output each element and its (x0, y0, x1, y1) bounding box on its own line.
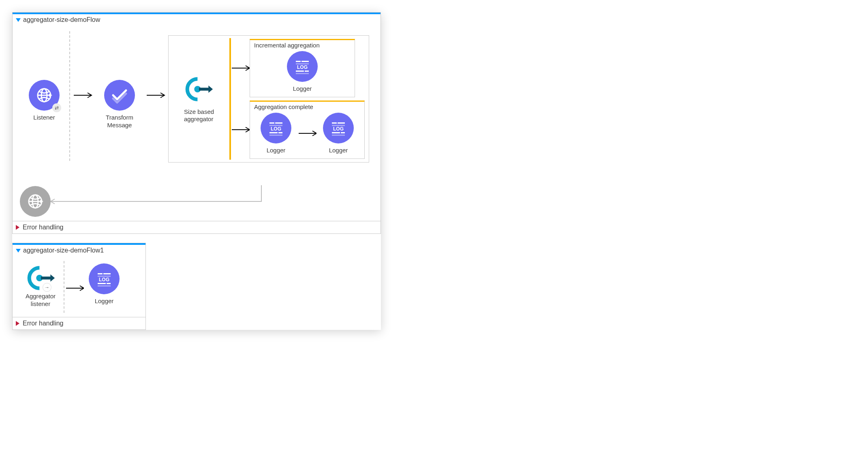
aggregator-listener-label: Aggregator listener (26, 293, 56, 308)
source-divider (64, 261, 64, 313)
route-title: Incremental aggregation (254, 42, 351, 51)
source-divider (69, 31, 70, 161)
error-handling-label: Error handling (23, 320, 64, 327)
error-handling-label: Error handling (23, 224, 64, 231)
transform-node[interactable]: Transform Message (95, 80, 144, 129)
incremental-aggregation-route[interactable]: Incremental aggregation Logger (250, 39, 355, 97)
arrow-icon (65, 273, 84, 304)
flow-body-1: ⇄ Listener Transform Message (13, 26, 381, 171)
route-title: Aggregation complete (254, 103, 360, 113)
logger-label: Logger (293, 85, 312, 93)
return-connector (51, 185, 265, 218)
collapse-icon (16, 18, 21, 22)
transform-label: Transform Message (106, 114, 133, 129)
arrow-icon (231, 114, 250, 145)
flow-header-1[interactable]: aggregator-size-demoFlow (13, 13, 381, 26)
logger-label: Logger (95, 297, 114, 305)
aggregator-label: Size based aggregator (184, 108, 214, 124)
aggregation-complete-route[interactable]: Aggregation complete Logger (250, 101, 365, 159)
flow-title: aggregator-size-demoFlow1 (23, 247, 104, 254)
flow-title: aggregator-size-demoFlow (23, 16, 100, 24)
aggregator-listener-node[interactable]: → Aggregator listener (18, 263, 63, 308)
flow-body-2: → Aggregator listener Logger (13, 257, 145, 317)
exchange-badge-icon: → (43, 283, 51, 292)
logger-label: Logger (329, 147, 348, 154)
transform-icon (104, 80, 135, 111)
logger-node[interactable]: Logger (316, 113, 360, 154)
log-icon (287, 51, 318, 82)
arrow-icon (144, 80, 168, 111)
arrow-icon (71, 80, 95, 111)
size-based-aggregator-scope[interactable]: Size based aggregator Incremental aggreg… (168, 35, 369, 163)
error-handling-section[interactable]: Error handling (13, 221, 381, 233)
listener-label: Listener (33, 114, 55, 122)
response-path (20, 185, 265, 218)
flow-card-1[interactable]: aggregator-size-demoFlow ⇄ Listener (12, 12, 381, 234)
exchange-badge-icon: ⇄ (52, 103, 61, 112)
flow-card-2[interactable]: aggregator-size-demoFlow1 → Aggregator l… (12, 243, 146, 330)
globe-icon (20, 186, 51, 217)
arrow-icon (231, 53, 250, 83)
log-icon (261, 113, 291, 143)
expand-icon (16, 321, 19, 326)
arrow-icon (298, 118, 316, 149)
log-icon (323, 113, 354, 143)
aggregator-icon (184, 75, 214, 105)
collapse-icon (16, 249, 21, 252)
logger-node[interactable]: Logger (280, 51, 324, 93)
flow-header-2[interactable]: aggregator-size-demoFlow1 (13, 243, 145, 257)
logger-node[interactable]: Logger (84, 263, 124, 305)
expand-icon (16, 225, 19, 230)
logger-label: Logger (267, 147, 286, 154)
log-icon (89, 263, 120, 294)
listener-node[interactable]: ⇄ Listener (20, 80, 68, 122)
logger-node[interactable]: Logger (254, 113, 298, 154)
error-handling-section[interactable]: Error handling (13, 317, 145, 330)
flow-canvas: aggregator-size-demoFlow ⇄ Listener (12, 12, 381, 330)
